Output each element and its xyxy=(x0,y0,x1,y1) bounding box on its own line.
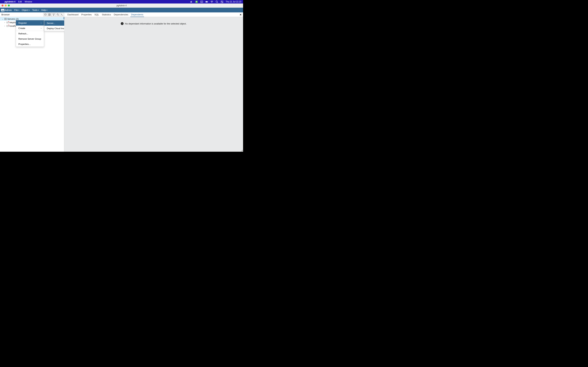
context-menu: Register › Create › Refresh... Remove Se… xyxy=(16,20,44,47)
tree-node-label: Servers (2) xyxy=(7,18,18,20)
chevron-down-icon: ⌄ xyxy=(2,18,3,20)
svg-rect-5 xyxy=(196,1,198,3)
menu-file[interactable]: File▾ xyxy=(14,9,19,11)
toolbar-row: Browser Dashboard Properties SQL Statist… xyxy=(0,12,243,17)
svg-rect-3 xyxy=(191,1,191,1)
svg-rect-4 xyxy=(191,1,192,1)
keyboard-icon[interactable] xyxy=(200,0,203,3)
browser-panel-label: Browser xyxy=(0,12,43,17)
svg-rect-10 xyxy=(202,1,202,1)
chevron-down-icon: ▾ xyxy=(38,9,39,11)
browser-sidebar: ⌄ Servers (2) › × elephant › xyxy=(0,17,64,152)
tab-dependencies[interactable]: Dependencies xyxy=(112,12,130,17)
tab-properties[interactable]: Properties xyxy=(80,12,93,17)
macos-app-name[interactable]: pgAdmin 4 xyxy=(5,0,15,3)
svg-rect-8 xyxy=(201,1,201,1)
resize-grip[interactable] xyxy=(241,149,243,151)
empty-message-text: No dependant information is available fo… xyxy=(125,22,187,25)
macos-clock[interactable]: Thu 21 Jul 22.23 xyxy=(226,0,241,3)
server-disconnected-icon: × xyxy=(6,21,9,24)
context-menu-register[interactable]: Register › xyxy=(16,20,44,25)
svg-rect-11 xyxy=(201,2,202,2)
svg-point-15 xyxy=(212,2,212,3)
pgadmin-tray-icon[interactable] xyxy=(195,0,198,3)
filter-rows-button[interactable] xyxy=(52,13,56,17)
svg-rect-33 xyxy=(5,19,7,20)
server-group-icon xyxy=(4,18,7,20)
chevron-right-icon: › xyxy=(4,22,6,23)
macos-menu-window[interactable]: Window xyxy=(25,0,32,3)
svg-rect-31 xyxy=(5,18,7,18)
svg-rect-32 xyxy=(5,19,7,19)
svg-rect-2 xyxy=(191,1,192,2)
menu-help[interactable]: Help▾ xyxy=(41,9,47,11)
window-titlebar: pgAdmin 4 xyxy=(0,3,243,8)
tab-sql[interactable]: SQL xyxy=(93,12,100,17)
window-title: pgAdmin 4 xyxy=(0,4,243,7)
svg-rect-23 xyxy=(49,14,50,16)
chevron-down-icon: ▾ xyxy=(29,9,30,11)
svg-rect-1 xyxy=(191,1,191,2)
chevron-down-icon: ▾ xyxy=(18,9,19,11)
svg-rect-9 xyxy=(202,1,202,1)
spotlight-icon[interactable] xyxy=(216,0,218,3)
chevron-down-icon: ▾ xyxy=(47,9,47,11)
context-menu-refresh[interactable]: Refresh... xyxy=(16,31,44,36)
chevron-right-icon: › xyxy=(4,25,6,27)
query-tool-button[interactable] xyxy=(43,13,47,17)
svg-point-21 xyxy=(222,2,223,2)
view-data-button[interactable] xyxy=(47,13,52,17)
main-content: i No dependant information is available … xyxy=(64,17,243,152)
docker-icon[interactable] xyxy=(190,0,193,3)
menu-tools[interactable]: Tools▾ xyxy=(32,9,39,11)
chevron-right-icon: › xyxy=(41,22,42,24)
control-center-icon[interactable] xyxy=(221,0,223,3)
info-icon: i xyxy=(121,22,123,25)
svg-rect-7 xyxy=(201,1,201,1)
svg-rect-37 xyxy=(7,26,9,27)
svg-rect-0 xyxy=(190,1,191,2)
wifi-icon[interactable] xyxy=(210,0,213,3)
tab-dependents[interactable]: Dependents xyxy=(130,12,145,17)
psql-tool-button[interactable] xyxy=(60,13,64,17)
svg-rect-14 xyxy=(208,1,208,2)
svg-line-29 xyxy=(58,15,59,16)
battery-icon[interactable] xyxy=(206,0,208,3)
context-menu-remove-server-group[interactable]: Remove Server Group xyxy=(16,36,44,42)
svg-point-22 xyxy=(44,14,46,14)
svg-rect-13 xyxy=(206,1,207,2)
svg-point-19 xyxy=(221,1,221,1)
svg-rect-6 xyxy=(200,1,203,3)
pgadmin-header: pgAdmin File▾ Object▾ Tools▾ Help▾ xyxy=(0,8,243,12)
search-objects-button[interactable] xyxy=(56,13,60,17)
close-tab-button[interactable]: ✕ xyxy=(240,13,242,16)
tab-dashboard[interactable]: Dashboard xyxy=(66,12,80,17)
server-disconnected-icon: × xyxy=(6,25,9,27)
macos-menubar: pgAdmin 4 Edit Window xyxy=(0,0,243,3)
chevron-right-icon: › xyxy=(41,27,42,29)
macos-menu-edit[interactable]: Edit xyxy=(18,0,22,3)
svg-rect-35 xyxy=(7,23,9,23)
tab-statistics[interactable]: Statistics xyxy=(100,12,112,17)
pgadmin-logo[interactable]: pgAdmin xyxy=(1,9,12,12)
context-menu-create[interactable]: Create › xyxy=(16,25,44,31)
svg-point-28 xyxy=(57,14,59,15)
context-menu-properties[interactable]: Properties... xyxy=(16,42,44,47)
svg-line-17 xyxy=(217,2,218,3)
menu-object[interactable]: Object▾ xyxy=(22,9,30,11)
